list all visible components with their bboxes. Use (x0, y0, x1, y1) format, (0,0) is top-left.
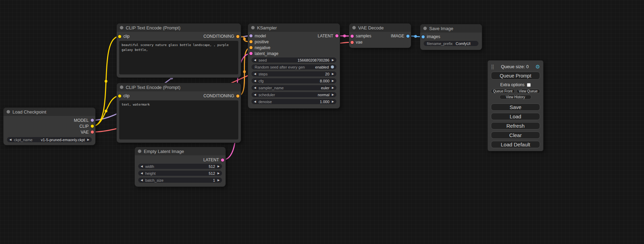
clip-output-dot[interactable] (91, 125, 94, 128)
increment-arrow-icon[interactable]: ▶ (218, 172, 220, 175)
output-slot-image[interactable]: IMAGE (391, 33, 411, 39)
node-save-image[interactable]: Save Image images filename_prefix ComfyU… (420, 24, 482, 50)
output-slot-clip[interactable]: CLIP (3, 123, 95, 129)
output-slot-conditioning[interactable]: CONDITIONING (203, 93, 241, 98)
prev-value-arrow-icon[interactable]: ◀ (254, 87, 256, 89)
height-widget[interactable]: ◀ height 512 ▶ (138, 171, 222, 176)
node-load-checkpoint[interactable]: Load Checkpoint MODEL CLIP VAE ◀ ckpt_na… (3, 108, 95, 145)
positive-prompt-textarea[interactable]: beautiful scenery nature glass bottle la… (119, 41, 238, 74)
batch-size-widget[interactable]: ◀ batch_size 1 ▶ (138, 178, 222, 183)
conditioning-output-dot[interactable] (236, 94, 239, 98)
queue-front-button[interactable]: Queue Front (491, 89, 515, 93)
clip-input-dot[interactable] (118, 35, 121, 38)
model-output-dot[interactable] (91, 119, 94, 122)
prev-value-arrow-icon[interactable]: ◀ (254, 93, 256, 96)
drag-handle-icon[interactable]: ⣿ (491, 64, 494, 69)
random-seed-toggle[interactable] (331, 65, 334, 69)
scheduler-widget[interactable]: ◀ scheduler normal ▶ (252, 92, 336, 97)
node-clip-text-encode-negative[interactable]: CLIP Text Encode (Prompt) clip CONDITION… (117, 83, 241, 143)
input-slot-vae[interactable]: vae (349, 39, 411, 45)
samples-input-dot[interactable] (351, 35, 354, 38)
decrement-arrow-icon[interactable]: ◀ (254, 73, 256, 75)
width-widget[interactable]: ◀ width 512 ▶ (138, 164, 222, 169)
decrement-arrow-icon[interactable]: ◀ (141, 172, 143, 175)
node-graph-canvas[interactable]: Load Checkpoint MODEL CLIP VAE ◀ ckpt_na… (0, 0, 644, 244)
output-slot-conditioning[interactable]: CONDITIONING (203, 34, 241, 39)
node-clip-text-encode-positive[interactable]: CLIP Text Encode (Prompt) clip CONDITION… (117, 24, 241, 78)
increment-arrow-icon[interactable]: ▶ (332, 80, 334, 82)
settings-gear-icon[interactable]: ⚙ (536, 64, 540, 69)
view-history-button[interactable]: View History (500, 95, 531, 99)
conditioning-output-dot[interactable] (236, 35, 239, 38)
input-slot-positive[interactable]: positive (248, 39, 340, 45)
increment-arrow-icon[interactable]: ▶ (332, 73, 334, 75)
collapse-dot[interactable] (251, 26, 255, 29)
collapse-dot[interactable] (423, 27, 427, 30)
next-value-arrow-icon[interactable]: ▶ (332, 93, 334, 96)
steps-widget[interactable]: ◀ steps 20 ▶ (252, 71, 336, 76)
increment-arrow-icon[interactable]: ▶ (218, 165, 220, 168)
negative-input-dot[interactable] (249, 46, 253, 49)
node-title-bar[interactable]: Load Checkpoint (3, 108, 95, 116)
image-output-dot[interactable] (406, 35, 409, 38)
filename-prefix-widget[interactable]: filename_prefix ComfyUI (424, 41, 478, 46)
ckpt-name-widget[interactable]: ◀ ckpt_name v1-5-pruned-emaonly.ckpt ▶ (7, 137, 92, 142)
collapse-dot[interactable] (120, 85, 123, 89)
decrement-arrow-icon[interactable]: ◀ (254, 80, 256, 82)
increment-arrow-icon[interactable]: ▶ (218, 179, 220, 182)
queue-panel[interactable]: ⣿ Queue size: 0 ⚙ Queue Prompt Extra opt… (488, 61, 543, 151)
decrement-arrow-icon[interactable]: ◀ (141, 165, 143, 168)
node-title-bar[interactable]: Empty Latent Image (135, 147, 226, 155)
extra-options-checkbox[interactable] (527, 83, 531, 87)
next-value-arrow-icon[interactable]: ▶ (332, 87, 334, 89)
collapse-dot[interactable] (352, 26, 356, 29)
input-slot-latent-image[interactable]: latent_image (248, 51, 340, 56)
random-seed-widget[interactable]: Random seed after every gen enabled (252, 64, 336, 70)
denoise-widget[interactable]: ◀ denoise 1.000 ▶ (252, 99, 336, 104)
decrement-arrow-icon[interactable]: ◀ (254, 100, 256, 103)
latent-output-dot[interactable] (335, 34, 338, 37)
node-title-bar[interactable]: Save Image (420, 24, 482, 33)
decrement-arrow-icon[interactable]: ◀ (254, 59, 256, 62)
node-empty-latent-image[interactable]: Empty Latent Image LATENT ◀ width 512 ▶ … (135, 147, 226, 187)
seed-widget[interactable]: ◀ seed 156680208700286 ▶ (252, 57, 336, 63)
output-slot-latent[interactable]: LATENT (318, 33, 340, 39)
collapse-dot[interactable] (7, 110, 10, 114)
load-button[interactable]: Load (491, 113, 540, 120)
collapse-dot[interactable] (120, 26, 123, 29)
latent-image-input-dot[interactable] (249, 52, 253, 55)
output-slot-model[interactable]: MODEL (3, 117, 95, 123)
queue-prompt-button[interactable]: Queue Prompt (491, 72, 540, 80)
clip-input-dot[interactable] (118, 94, 121, 98)
node-title-bar[interactable]: CLIP Text Encode (Prompt) (117, 24, 241, 32)
decrement-arrow-icon[interactable]: ◀ (141, 179, 143, 182)
vae-input-dot[interactable] (351, 41, 354, 44)
clear-button[interactable]: Clear (491, 132, 540, 139)
node-vae-decode[interactable]: VAE Decode IMAGE samples vae (349, 24, 411, 48)
node-ksampler[interactable]: KSampler LATENT model positive negative … (248, 24, 340, 108)
view-queue-button[interactable]: View Queue (517, 89, 540, 93)
input-slot-clip[interactable]: clip (117, 93, 130, 98)
input-slot-negative[interactable]: negative (248, 45, 340, 51)
save-button[interactable]: Save (491, 103, 540, 111)
increment-arrow-icon[interactable]: ▶ (332, 59, 334, 62)
output-slot-latent[interactable]: LATENT (135, 156, 226, 163)
sampler-name-widget[interactable]: ◀ sampler_name euler ▶ (252, 85, 336, 90)
node-title-bar[interactable]: VAE Decode (349, 24, 411, 32)
node-title-bar[interactable]: CLIP Text Encode (Prompt) (117, 83, 241, 91)
load-default-button[interactable]: Load Default (491, 141, 540, 148)
vae-output-dot[interactable] (91, 130, 94, 134)
model-input-dot[interactable] (249, 34, 253, 37)
output-slot-vae[interactable]: VAE (3, 129, 95, 135)
positive-input-dot[interactable] (249, 40, 253, 43)
node-title-bar[interactable]: KSampler (248, 24, 340, 32)
next-value-arrow-icon[interactable]: ▶ (87, 138, 89, 141)
cfg-widget[interactable]: ◀ cfg 8.000 ▶ (252, 78, 336, 83)
collapse-dot[interactable] (138, 150, 141, 153)
images-input-dot[interactable] (422, 35, 425, 38)
input-slot-images[interactable]: images (420, 34, 482, 40)
refresh-button[interactable]: Refresh (491, 122, 540, 129)
negative-prompt-textarea[interactable]: text, watermark (119, 100, 238, 139)
prev-value-arrow-icon[interactable]: ◀ (9, 138, 11, 141)
increment-arrow-icon[interactable]: ▶ (332, 100, 334, 103)
